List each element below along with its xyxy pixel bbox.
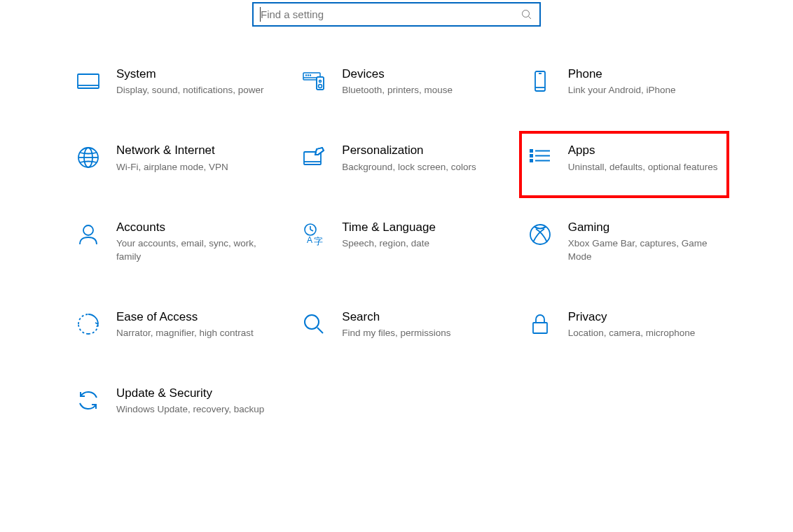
svg-rect-22 [530, 155, 532, 157]
tile-update-security[interactable]: Update & Security Windows Update, recove… [70, 381, 275, 422]
tile-text: Ease of Access Narrator, magnifier, high… [116, 310, 269, 340]
tile-title: Accounts [116, 220, 269, 234]
tile-desc: Your accounts, email, sync, work, family [116, 237, 269, 264]
tile-desc: Xbox Game Bar, captures, Game Mode [568, 237, 721, 264]
tile-title: Phone [568, 67, 721, 81]
tile-title: Time & Language [342, 220, 495, 234]
tile-desc: Find my files, permissions [342, 327, 495, 340]
search-tile-icon [301, 312, 326, 337]
tile-accounts[interactable]: Accounts Your accounts, email, sync, wor… [70, 215, 275, 270]
tile-text: Privacy Location, camera, microphone [568, 310, 721, 340]
search-box[interactable] [252, 2, 541, 27]
svg-line-1 [529, 16, 532, 19]
tile-time-language[interactable]: A 字 Time & Language Speech, region, date [296, 215, 500, 270]
tile-text: Gaming Xbox Game Bar, captures, Game Mod… [568, 220, 721, 264]
search-input[interactable] [261, 8, 521, 20]
tile-text: Update & Security Windows Update, recove… [116, 386, 269, 416]
person-icon [76, 222, 101, 247]
svg-point-34 [305, 315, 319, 329]
tile-text: Accounts Your accounts, email, sync, wor… [116, 220, 269, 264]
tile-desc: Link your Android, iPhone [568, 84, 721, 97]
tile-text: System Display, sound, notifications, po… [116, 67, 269, 97]
svg-rect-36 [533, 323, 547, 333]
tile-desc: Background, lock screen, colors [342, 161, 495, 174]
personalization-icon [301, 145, 326, 170]
tile-title: Privacy [568, 310, 721, 324]
tile-apps[interactable]: Apps Uninstall, defaults, optional featu… [519, 131, 729, 197]
search-container [0, 0, 793, 62]
svg-point-8 [310, 75, 311, 76]
devices-icon [301, 69, 326, 94]
system-icon [76, 69, 101, 94]
tile-title: System [116, 67, 269, 81]
settings-grid: System Display, sound, notifications, po… [0, 62, 793, 422]
tile-title: Network & Internet [116, 144, 269, 158]
apps-icon [527, 145, 553, 170]
svg-point-7 [308, 75, 309, 76]
tile-title: Update & Security [116, 386, 269, 400]
tile-title: Ease of Access [116, 310, 269, 324]
tile-text: Apps Uninstall, defaults, optional featu… [568, 144, 721, 174]
svg-point-0 [523, 10, 530, 17]
tile-system[interactable]: System Display, sound, notifications, po… [70, 62, 275, 103]
tile-phone[interactable]: Phone Link your Android, iPhone [522, 62, 726, 103]
svg-point-6 [306, 75, 307, 76]
svg-rect-2 [78, 74, 99, 88]
tile-text: Devices Bluetooth, printers, mouse [342, 67, 495, 97]
tile-text: Personalization Background, lock screen,… [342, 144, 495, 174]
tile-text: Network & Internet Wi-Fi, airplane mode,… [116, 144, 269, 174]
tile-desc: Speech, region, date [342, 237, 495, 251]
tile-title: Personalization [342, 144, 495, 158]
globe-icon [76, 145, 101, 170]
ease-of-access-icon [76, 312, 101, 337]
tile-title: Gaming [568, 220, 721, 234]
tile-title: Search [342, 310, 495, 324]
tile-desc: Wi-Fi, airplane mode, VPN [116, 161, 269, 174]
tile-network[interactable]: Network & Internet Wi-Fi, airplane mode,… [70, 138, 275, 179]
svg-line-30 [310, 230, 313, 231]
svg-text:A: A [307, 235, 312, 245]
svg-rect-21 [530, 150, 532, 152]
tile-desc: Uninstall, defaults, optional features [568, 161, 721, 174]
svg-rect-23 [530, 160, 532, 162]
time-language-icon: A 字 [301, 222, 326, 247]
tile-desc: Windows Update, recovery, backup [116, 403, 269, 416]
xbox-icon [527, 222, 553, 247]
tile-text: Time & Language Speech, region, date [342, 220, 495, 251]
svg-line-35 [317, 328, 323, 333]
tile-ease-of-access[interactable]: Ease of Access Narrator, magnifier, high… [70, 304, 275, 346]
lock-icon [527, 312, 553, 337]
tile-desc: Narrator, magnifier, high contrast [116, 327, 269, 340]
tile-gaming[interactable]: Gaming Xbox Game Bar, captures, Game Mod… [522, 215, 726, 270]
tile-search[interactable]: Search Find my files, permissions [296, 304, 500, 346]
tile-desc: Display, sound, notifications, power [116, 84, 269, 97]
svg-point-27 [83, 225, 93, 235]
tile-desc: Bluetooth, printers, mouse [342, 84, 495, 97]
search-icon [521, 9, 532, 20]
text-cursor [260, 7, 261, 22]
tile-privacy[interactable]: Privacy Location, camera, microphone [522, 304, 726, 346]
tile-devices[interactable]: Devices Bluetooth, printers, mouse [296, 62, 500, 103]
tile-title: Devices [342, 67, 495, 81]
svg-text:字: 字 [314, 236, 323, 246]
update-icon [76, 388, 101, 413]
phone-icon [527, 69, 553, 94]
tile-title: Apps [568, 144, 721, 158]
tile-text: Search Find my files, permissions [342, 310, 495, 340]
tile-desc: Location, camera, microphone [568, 327, 721, 340]
tile-text: Phone Link your Android, iPhone [568, 67, 721, 97]
tile-personalization[interactable]: Personalization Background, lock screen,… [296, 138, 500, 179]
